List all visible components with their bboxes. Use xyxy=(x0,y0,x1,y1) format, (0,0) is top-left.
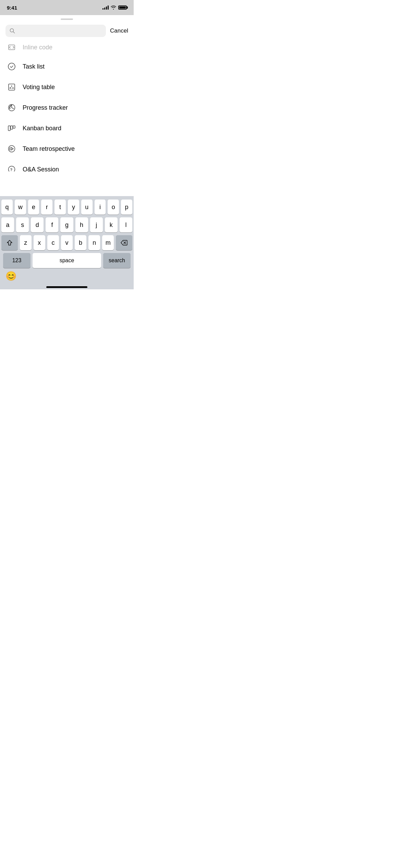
search-key[interactable]: search xyxy=(103,253,131,268)
key-e[interactable]: e xyxy=(28,200,39,215)
task-list-icon xyxy=(7,62,16,71)
list-item[interactable]: Inline code xyxy=(0,41,134,56)
svg-rect-8 xyxy=(11,126,13,129)
svg-marker-11 xyxy=(11,147,13,150)
task-list-label: Task list xyxy=(23,63,45,70)
svg-point-3 xyxy=(8,63,15,70)
team-retrospective-icon xyxy=(7,144,16,154)
key-u[interactable]: u xyxy=(81,200,93,215)
keyboard-row-4: 123 space search xyxy=(1,253,132,268)
voting-table-label: Voting table xyxy=(23,84,55,91)
key-r[interactable]: r xyxy=(41,200,52,215)
emoji-button[interactable]: 😊 xyxy=(5,271,16,281)
team-retrospective-label: Team retrospective xyxy=(23,145,75,153)
list-item[interactable]: Team retrospective xyxy=(0,138,134,159)
sheet-handle-container xyxy=(0,15,134,22)
key-s[interactable]: s xyxy=(16,217,29,232)
key-y[interactable]: y xyxy=(68,200,79,215)
list-item[interactable]: Kanban board xyxy=(0,118,134,138)
list-item[interactable]: Task list xyxy=(0,56,134,77)
home-bar xyxy=(46,286,87,288)
key-j[interactable]: j xyxy=(90,217,103,232)
key-v[interactable]: v xyxy=(61,235,73,250)
search-input[interactable] xyxy=(18,27,102,34)
keyboard: q w e r t y u i o p a s d f g h j k l xyxy=(0,196,134,289)
kanban-board-icon xyxy=(7,123,16,133)
voting-table-icon xyxy=(7,82,16,92)
svg-rect-9 xyxy=(13,126,15,128)
key-h[interactable]: h xyxy=(75,217,88,232)
shift-key[interactable] xyxy=(1,235,18,250)
inline-code-label: Inline code xyxy=(23,44,52,51)
signal-icon xyxy=(102,5,109,10)
status-icons xyxy=(102,5,127,10)
search-input-wrap[interactable] xyxy=(5,25,106,37)
key-o[interactable]: o xyxy=(108,200,119,215)
svg-line-1 xyxy=(13,32,15,33)
key-p[interactable]: p xyxy=(121,200,132,215)
key-l[interactable]: l xyxy=(120,217,132,232)
menu-list: Inline code Task list Voting table xyxy=(0,41,134,171)
key-z[interactable]: z xyxy=(20,235,32,250)
wifi-icon xyxy=(111,5,116,10)
progress-tracker-label: Progress tracker xyxy=(23,104,68,111)
key-n[interactable]: n xyxy=(88,235,100,250)
keyboard-row-1: q w e r t y u i o p xyxy=(1,200,132,215)
list-item[interactable]: Voting table xyxy=(0,77,134,97)
search-container: Cancel xyxy=(0,22,134,41)
progress-tracker-icon xyxy=(7,103,16,112)
svg-text:?: ? xyxy=(10,168,13,171)
sheet-handle xyxy=(61,19,73,20)
key-a[interactable]: a xyxy=(1,217,14,232)
search-icon xyxy=(10,28,15,34)
key-b[interactable]: b xyxy=(75,235,86,250)
delete-key[interactable] xyxy=(116,235,132,250)
key-f[interactable]: f xyxy=(46,217,58,232)
home-indicator-container xyxy=(0,284,134,289)
cancel-button[interactable]: Cancel xyxy=(110,27,128,34)
qa-session-label: Q&A Session xyxy=(23,166,59,172)
status-bar: 9:41 xyxy=(0,0,134,15)
list-item[interactable]: Progress tracker xyxy=(0,97,134,118)
key-c[interactable]: c xyxy=(47,235,59,250)
key-d[interactable]: d xyxy=(31,217,44,232)
key-q[interactable]: q xyxy=(1,200,13,215)
key-i[interactable]: i xyxy=(95,200,106,215)
key-x[interactable]: x xyxy=(34,235,45,250)
qa-session-icon: ? xyxy=(7,165,16,171)
key-t[interactable]: t xyxy=(54,200,66,215)
space-key[interactable]: space xyxy=(33,253,101,268)
numbers-key[interactable]: 123 xyxy=(3,253,31,268)
battery-icon xyxy=(118,5,127,10)
svg-rect-7 xyxy=(8,126,10,131)
list-item[interactable]: ? Q&A Session xyxy=(0,159,134,171)
status-time: 9:41 xyxy=(7,5,17,11)
key-w[interactable]: w xyxy=(15,200,26,215)
key-g[interactable]: g xyxy=(60,217,73,232)
kanban-board-label: Kanban board xyxy=(23,125,61,132)
keyboard-bottom: 😊 xyxy=(0,269,134,284)
inline-code-icon xyxy=(7,43,16,52)
keyboard-row-3: z x c v b n m xyxy=(1,235,132,250)
key-m[interactable]: m xyxy=(102,235,114,250)
keyboard-row-2: a s d f g h j k l xyxy=(1,217,132,232)
key-k[interactable]: k xyxy=(105,217,118,232)
